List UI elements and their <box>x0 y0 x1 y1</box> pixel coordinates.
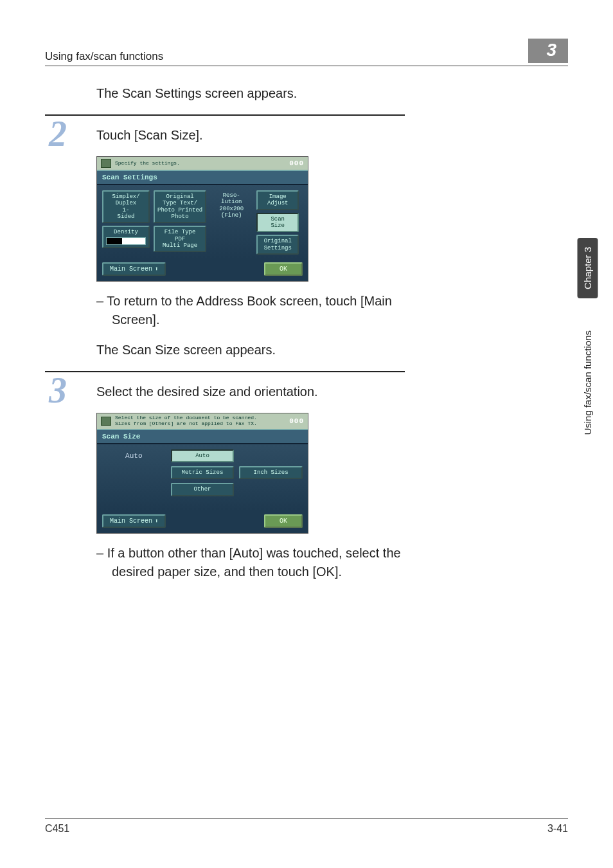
auto-button[interactable]: Auto <box>171 449 235 462</box>
running-header-title: Using fax/scan functions <box>45 50 163 63</box>
step-3: 3 Select the desired size and orientatio… <box>96 383 405 581</box>
sidetab-section: Using fax/scan functions <box>578 321 598 444</box>
running-header-number: 3 <box>528 39 568 63</box>
scan-size-title: Scan Size <box>97 429 308 444</box>
ok-button-2[interactable]: OK <box>264 514 303 528</box>
file-type-label: File Type <box>157 229 202 235</box>
main-screen-button-2-label: Main Screen <box>110 518 152 525</box>
sidetab-chapter: Chapter 3 <box>578 238 598 298</box>
step-2-instruction: Touch [Scan Size]. <box>96 126 405 145</box>
file-type-value: PDF Multi Page <box>157 236 202 249</box>
step-2: 2 Touch [Scan Size]. Specify the setting… <box>96 126 405 359</box>
resolution-label: Reso- lution <box>213 192 250 206</box>
resolution-value: 200x200 (Fine) <box>213 206 250 219</box>
file-type-button[interactable]: File Type PDF Multi Page <box>154 226 206 252</box>
step-3-note: – If a button other than [Auto] was touc… <box>96 544 405 581</box>
separator <box>45 114 405 116</box>
running-header: Using fax/scan functions 3 <box>45 39 568 66</box>
scan-size-counter: 000 <box>289 417 304 425</box>
inch-sizes-button[interactable]: Inch Sizes <box>239 466 303 479</box>
scan-settings-screenshot: Specify the settings. 000 Scan Settings … <box>96 156 308 282</box>
step-2-note: – To return to the Address Book screen, … <box>96 292 405 329</box>
scan-settings-title: Scan Settings <box>97 170 308 185</box>
main-screen-button-label: Main Screen <box>110 266 152 273</box>
scan-size-screenshot: Select the size of the document to be sc… <box>96 413 308 534</box>
scan-settings-top-icon <box>101 159 111 168</box>
scan-settings-counter: 000 <box>289 159 304 167</box>
step-3-instruction: Select the desired size and orientation. <box>96 383 405 401</box>
step-number-2: 2 <box>49 116 67 152</box>
simplex-duplex-value: 1- Sided <box>106 207 146 221</box>
original-type-value2: Printed Photo <box>172 207 203 220</box>
page-footer: C451 3-41 <box>45 818 568 835</box>
scan-size-button[interactable]: Scan Size <box>256 213 299 233</box>
density-button[interactable]: Density <box>102 226 150 248</box>
image-adjust-button[interactable]: Image Adjust <box>256 190 299 210</box>
intro-text: The Scan Settings screen appears. <box>96 84 405 103</box>
other-sizes-button[interactable]: Other <box>171 483 235 496</box>
scan-settings-top-message: Specify the settings. <box>115 161 180 167</box>
main-screen-button[interactable]: Main Screen <box>102 262 166 276</box>
footer-model: C451 <box>45 823 69 835</box>
density-label: Density <box>114 229 138 235</box>
step-2-result: The Scan Size screen appears. <box>96 341 405 359</box>
ok-button[interactable]: OK <box>264 262 303 276</box>
original-type-button[interactable]: Original Type Text/ Photo Printed Photo <box>154 190 206 223</box>
simplex-duplex-label: Simplex/ Duplex <box>106 194 146 207</box>
original-settings-button[interactable]: Original Settings <box>256 235 299 255</box>
resolution-info: Reso- lution 200x200 (Fine) <box>210 190 253 221</box>
footer-page: 3-41 <box>547 823 568 835</box>
metric-sizes-button[interactable]: Metric Sizes <box>171 466 235 479</box>
step-number-3: 3 <box>49 372 67 408</box>
density-scale-icon <box>106 237 146 245</box>
auto-label: Auto <box>102 449 166 462</box>
main-screen-button-2[interactable]: Main Screen <box>102 514 166 528</box>
scan-size-top-icon <box>101 417 111 426</box>
scan-size-top-message: Select the size of the document to be sc… <box>115 415 257 427</box>
simplex-duplex-button[interactable]: Simplex/ Duplex 1- Sided <box>102 190 150 223</box>
separator <box>45 371 405 372</box>
